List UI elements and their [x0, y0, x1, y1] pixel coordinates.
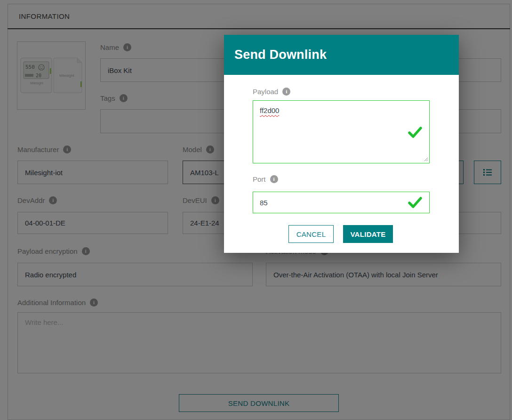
send-downlink-modal-header: Send Downlink — [224, 35, 459, 75]
send-downlink-modal: Send Downlink Payload ff2d00 Port 85 CAN… — [224, 35, 459, 253]
port-input[interactable]: 85 — [253, 192, 430, 213]
payload-textarea[interactable]: ff2d00 — [253, 100, 430, 163]
port-label: Port — [253, 175, 278, 183]
payload-value: ff2d00 — [260, 106, 279, 114]
modal-title: Send Downlink — [234, 48, 327, 62]
payload-label: Payload — [253, 88, 290, 96]
info-icon[interactable] — [270, 175, 278, 183]
resize-handle-icon[interactable] — [423, 156, 428, 162]
cancel-button[interactable]: CANCEL — [288, 225, 334, 243]
port-value: 85 — [260, 199, 268, 207]
validate-button[interactable]: VALIDATE — [343, 225, 393, 243]
check-icon — [408, 126, 422, 139]
check-icon — [408, 196, 422, 209]
info-icon[interactable] — [282, 88, 290, 96]
